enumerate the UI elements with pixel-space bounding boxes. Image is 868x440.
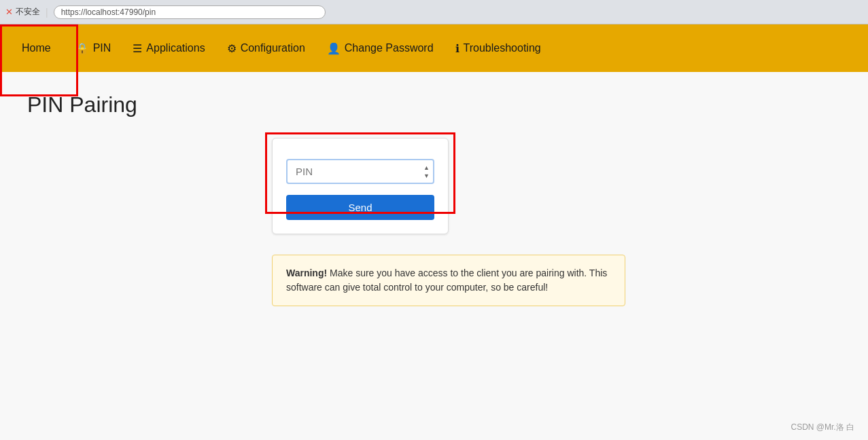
info-icon: ℹ (455, 42, 459, 55)
pin-card: ▲ ▼ Send (272, 138, 449, 234)
warning-label: Warning! (286, 268, 327, 278)
address-bar[interactable]: https://localhost:47990/pin (54, 5, 326, 19)
user-icon: 👤 (327, 42, 341, 55)
browser-warning: ✕ 不安全 (5, 6, 40, 18)
spinner-down[interactable]: ▼ (421, 172, 432, 179)
separator: | (46, 7, 48, 18)
pin-input-wrapper: ▲ ▼ (286, 159, 434, 184)
input-spinners: ▲ ▼ (421, 164, 432, 179)
home-label: Home (22, 42, 51, 54)
nav-change-password[interactable]: 👤 Change Password (319, 37, 442, 60)
footer: CSDN @Mr.洛 白 (791, 422, 854, 433)
warning-box: Warning! Make sure you have access to th… (272, 255, 625, 306)
spinner-up[interactable]: ▲ (421, 164, 432, 171)
warning-message: Make sure you have access to the client … (286, 268, 607, 293)
nav-pin[interactable]: 🔒 PIN (67, 37, 120, 60)
warning-text: 不安全 (16, 6, 40, 18)
main-content: PIN Pairing ▲ ▼ Send Warning! Make sure … (0, 72, 868, 440)
footer-text: CSDN @Mr.洛 白 (791, 422, 854, 432)
nav-home[interactable]: Home (14, 37, 59, 60)
pin-input[interactable] (286, 159, 434, 184)
send-button[interactable]: Send (286, 195, 434, 220)
applications-label: Applications (146, 42, 205, 54)
lock-icon: 🔒 (75, 42, 89, 55)
troubleshooting-label: Troubleshooting (464, 42, 541, 54)
nav-applications[interactable]: ☰ Applications (124, 37, 213, 60)
nav-troubleshooting[interactable]: ℹ Troubleshooting (447, 37, 549, 60)
navbar: Home 🔒 PIN ☰ Applications ⚙ Configuratio… (0, 24, 868, 72)
nav-configuration[interactable]: ⚙ Configuration (219, 37, 313, 60)
browser-chrome: ✕ 不安全 | https://localhost:47990/pin (0, 0, 868, 24)
change-password-label: Change Password (345, 42, 434, 54)
configuration-label: Configuration (241, 42, 305, 54)
warning-icon: ✕ (5, 7, 13, 17)
gear-icon: ⚙ (227, 42, 237, 55)
card-wrapper: ▲ ▼ Send (272, 138, 449, 234)
menu-icon: ☰ (133, 42, 142, 55)
pin-label: PIN (93, 42, 111, 54)
page-title: PIN Pairing (27, 92, 841, 117)
